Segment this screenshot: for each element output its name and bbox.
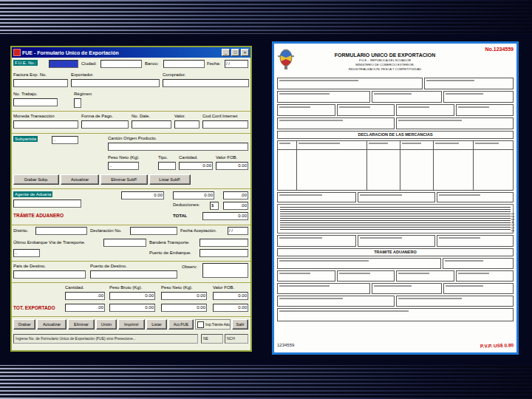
ciudad-input[interactable] xyxy=(100,60,142,68)
scan-field-row xyxy=(277,296,514,307)
no-trabajo-input[interactable] xyxy=(13,98,58,106)
scan-field-row xyxy=(277,117,514,129)
union-button[interactable]: Unión xyxy=(96,319,117,330)
forma-pago-input[interactable] xyxy=(81,120,129,129)
scan-title: FORMULARIO UNICO DE EXPORTACION xyxy=(335,52,435,58)
minimize-button[interactable]: _ xyxy=(222,49,230,56)
scan-field-row xyxy=(277,270,514,282)
moneda-label: Moneda Transacción xyxy=(13,114,55,118)
form-body: F.U.E. No.: Ciudad: Banco: Fecha: / / Fa… xyxy=(12,58,250,349)
puerto-destino-label: Puerto de Destino. xyxy=(90,264,127,268)
deducciones-input[interactable]: .00 xyxy=(223,202,248,210)
cantidad-total-input[interactable]: .00 xyxy=(65,292,105,300)
observ-input[interactable] xyxy=(202,263,248,278)
close-button[interactable]: × xyxy=(241,49,249,56)
form-field-box xyxy=(277,78,423,89)
form-field-box xyxy=(437,235,514,247)
valor-fob-total-input[interactable]: 0.00 xyxy=(213,292,248,300)
tot-valor-fob-input[interactable]: 0.00 xyxy=(213,304,248,312)
puerto-embarque-input[interactable] xyxy=(200,249,248,257)
eliminar-subp-button[interactable]: Eliminar SubP. xyxy=(100,174,148,185)
scan-field-row xyxy=(277,91,514,103)
tot-cantidad-input[interactable]: .00 xyxy=(65,304,105,312)
no-trabajo-label: No. Trabajo. xyxy=(13,92,38,96)
table-column xyxy=(474,141,513,190)
table-column xyxy=(297,141,367,190)
valor-input[interactable] xyxy=(174,120,200,129)
window-titlebar[interactable]: FUE - Formulario Unico de Exportación _ … xyxy=(12,47,250,58)
listar-subp-button[interactable]: Listar SubP. xyxy=(149,174,191,185)
agente-valor3-input[interactable]: .00 xyxy=(223,191,248,200)
form-field-box xyxy=(277,270,335,282)
agente-valor2-input[interactable]: 0.00 xyxy=(173,191,214,200)
ultimo-embarque-label: Último Embarque Vía de Transporte. xyxy=(13,240,85,245)
listar-button[interactable]: Listar xyxy=(146,319,167,330)
scan-field-row xyxy=(277,192,514,202)
imp-tramite-checkbox-group[interactable]: Imp.Trámite Aduanero xyxy=(195,319,231,330)
peso-neto-total-input[interactable]: 0.00 xyxy=(161,292,207,300)
regimen-input[interactable] xyxy=(74,98,81,108)
eliminar-button[interactable]: Eliminar xyxy=(68,319,95,330)
comprador-input[interactable] xyxy=(163,79,249,87)
scan-field-row xyxy=(277,283,514,294)
pais-destino-input[interactable] xyxy=(13,270,86,279)
imprimir-button[interactable]: Imprimir xyxy=(118,319,145,330)
tipo-input[interactable] xyxy=(158,162,176,170)
moneda-input[interactable] xyxy=(13,120,78,129)
factura-input[interactable] xyxy=(13,79,68,87)
total-input[interactable]: 0.00 xyxy=(202,212,248,220)
bandera-input[interactable] xyxy=(200,239,248,247)
fue-no-input[interactable] xyxy=(49,60,78,68)
deducciones-currency-box[interactable]: $ xyxy=(210,202,219,210)
scan-serial-number: 1234559 xyxy=(277,343,294,347)
grabar-subp-button[interactable]: Grabar Subp. xyxy=(13,174,59,185)
cod-conf-input[interactable] xyxy=(202,120,248,129)
banco-input[interactable] xyxy=(163,60,205,68)
window-title: FUE - Formulario Unico de Exportación xyxy=(22,50,220,55)
act-fue-button[interactable]: Act.FUE xyxy=(168,319,194,330)
agente-input[interactable] xyxy=(13,200,81,208)
no-dale-input[interactable] xyxy=(132,120,171,129)
subpartida-label: Subpartida xyxy=(13,136,38,142)
scan-field-row xyxy=(277,78,514,89)
tot-peso-bruto-input[interactable]: 0.00 xyxy=(109,304,155,312)
peso-bruto-input[interactable]: 0.00 xyxy=(109,292,155,300)
exportador-input[interactable] xyxy=(71,79,160,87)
scan-price-stamp: P.V.P. US$ 0.80 xyxy=(480,342,514,349)
form-field-box xyxy=(337,104,395,116)
observ-label: Observ: xyxy=(182,265,197,269)
via-transporte-input[interactable] xyxy=(103,239,146,247)
salir-button[interactable]: Salir xyxy=(232,319,248,330)
actualizar-subp-button[interactable]: Actualizar xyxy=(61,174,99,185)
valor-fob-input[interactable]: 0.00 xyxy=(216,162,248,170)
valor-fob-label: Valor FOB. xyxy=(216,155,237,160)
peso-neto-input[interactable]: .. xyxy=(108,162,139,170)
fecha-acept-input[interactable]: / / xyxy=(228,227,248,235)
scan-header: FORMULARIO UNICO DE EXPORTACION F.U.E. -… xyxy=(277,47,514,76)
actualizar-button[interactable]: Actualizar xyxy=(37,319,66,330)
scan-legal-text-block xyxy=(277,204,514,233)
status-ne-box: NE xyxy=(201,334,223,344)
subpartida-input[interactable]: .. xyxy=(52,136,78,144)
imp-tramite-checkbox[interactable] xyxy=(197,321,204,328)
tot-peso-neto-input[interactable]: 0.00 xyxy=(161,304,207,312)
fecha-input[interactable]: / / xyxy=(225,60,248,68)
puerto-destino-input[interactable] xyxy=(90,270,177,279)
embarque-code-input[interactable]: .. xyxy=(13,249,40,257)
bandera-label: Bandera Transporte. xyxy=(149,240,190,245)
cantidad-input[interactable]: 0.00 xyxy=(179,162,213,170)
grabar-button[interactable]: Grabar xyxy=(13,319,35,330)
ecuador-coat-of-arms xyxy=(277,47,295,72)
form-field-box xyxy=(396,296,514,307)
slide-top-stripes xyxy=(0,0,532,34)
exportador-label: Exportador. xyxy=(71,72,94,77)
agente-valor1-input[interactable]: 0.00 xyxy=(121,191,164,200)
declaracion-input[interactable] xyxy=(130,227,177,235)
maximize-button[interactable]: □ xyxy=(231,49,239,56)
scan-subtitle-3: INDUSTRIALIZACION, PESCA Y COMPETITIVIDA… xyxy=(349,67,422,71)
canton-input[interactable] xyxy=(108,143,248,151)
divider xyxy=(12,316,250,317)
form-field-box xyxy=(372,283,442,294)
table-column xyxy=(367,141,400,190)
distrito-input[interactable] xyxy=(35,227,87,235)
